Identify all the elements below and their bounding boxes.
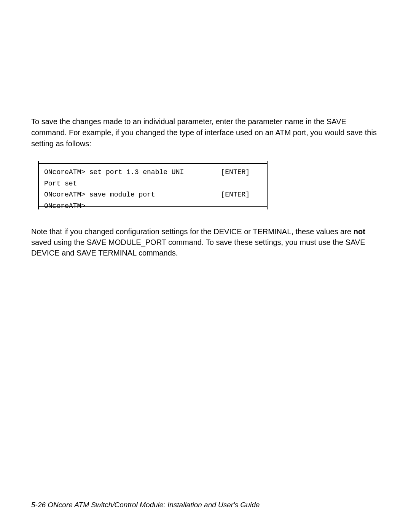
- terminal-line-1: ONcoreATM> set port 1.3 enable UNI [ENTE…: [44, 168, 250, 176]
- footer-title: ONcore ATM Switch/Control Module: Instal…: [48, 501, 260, 509]
- note-text-post: saved using the SAVE MODULE_PORT command…: [31, 238, 365, 257]
- note-text-pre: Note that if you changed configuration s…: [31, 227, 354, 236]
- terminal-line-4: ONcoreATM>: [44, 202, 85, 210]
- note-text-bold: not: [354, 227, 365, 236]
- page-footer: 5-26 ONcore ATM Switch/Control Module: I…: [31, 501, 260, 509]
- terminal-line-2: Port set: [44, 180, 77, 187]
- note-paragraph: Note that if you changed configuration s…: [31, 226, 381, 258]
- terminal-block: ONcoreATM> set port 1.3 enable UNI [ENTE…: [38, 161, 268, 209]
- intro-paragraph: To save the changes made to an individua…: [31, 116, 381, 149]
- page-content: To save the changes made to an individua…: [31, 116, 381, 258]
- terminal-body: ONcoreATM> set port 1.3 enable UNI [ENTE…: [38, 161, 268, 209]
- terminal-line-3: ONcoreATM> save module_port [ENTER]: [44, 191, 250, 198]
- page-number: 5-26: [31, 501, 46, 509]
